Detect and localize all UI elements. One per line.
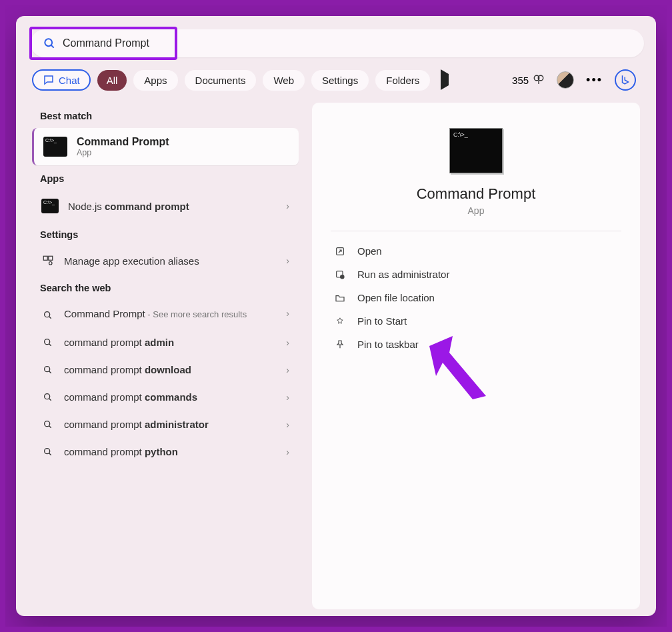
apps-pill[interactable]: Apps [133,70,177,91]
search-panel: Chat All Apps Documents Web Settings Fol… [16,16,656,616]
rewards-points[interactable]: 355 [512,74,545,86]
documents-pill[interactable]: Documents [185,70,257,91]
search-icon [41,365,55,375]
search-icon [41,419,55,430]
result-title: Command Prompt [77,136,169,148]
run-as-admin-action[interactable]: Run as administrator [331,263,621,286]
svg-point-7 [45,312,50,317]
pin-icon [335,339,347,350]
folders-pill[interactable]: Folders [375,70,430,91]
search-row [32,29,640,57]
folder-icon [335,293,347,303]
svg-point-9 [45,339,50,344]
svg-line-1 [51,45,54,48]
chevron-right-icon: › [286,308,289,319]
bing-chat-icon[interactable] [615,69,636,91]
svg-point-21 [341,275,344,278]
svg-line-10 [49,343,51,345]
search-icon [41,337,55,348]
more-icon[interactable]: ••• [586,73,603,87]
open-file-location-action[interactable]: Open file location [331,286,621,309]
result-subtitle: App [77,148,169,157]
search-icon [41,392,55,403]
svg-line-8 [49,317,51,319]
chat-pill[interactable]: Chat [32,69,91,91]
apps-label: Apps [40,173,299,184]
svg-point-17 [45,448,50,453]
svg-line-14 [49,398,51,400]
trophy-icon [533,74,545,86]
web-label: Search the web [40,283,299,293]
results-column: Best match Command Prompt App Apps Node.… [32,103,299,609]
pin-icon [335,316,347,327]
list-item[interactable]: Manage app execution aliases › [32,247,299,275]
chevron-right-icon: › [286,201,289,211]
detail-pane: Command Prompt App Open Run as administr… [312,103,640,609]
search-input[interactable] [63,37,632,49]
svg-line-12 [49,371,51,373]
list-item[interactable]: command prompt admin › [32,329,299,356]
chat-label: Chat [59,75,80,86]
list-item[interactable]: command prompt administrator › [32,411,299,438]
settings-alias-icon [41,255,55,267]
cmd-icon [41,199,59,213]
svg-rect-5 [49,256,53,260]
open-icon [335,246,347,257]
svg-line-18 [49,453,51,455]
list-item[interactable]: Node.js command prompt › [32,191,299,221]
svg-point-0 [45,39,52,46]
more-filters-icon[interactable] [441,74,449,86]
open-action[interactable]: Open [331,239,621,263]
settings-pill[interactable]: Settings [311,70,369,91]
chevron-right-icon: › [286,255,289,266]
list-item[interactable]: command prompt commands › [32,383,299,411]
cmd-icon [43,137,67,157]
pin-to-start-action[interactable]: Pin to Start [331,309,621,333]
cmd-large-icon [449,128,503,173]
right-controls: 355 ••• [512,69,636,91]
list-item[interactable]: Command Prompt - See more search results… [32,300,299,329]
chevron-right-icon: › [286,419,289,430]
divider [331,231,621,231]
chevron-right-icon: › [286,447,289,457]
best-match-label: Best match [40,111,299,121]
search-bar[interactable] [31,29,644,57]
svg-rect-4 [43,256,47,260]
all-pill[interactable]: All [97,70,127,91]
user-avatar[interactable] [557,71,574,89]
shield-icon [335,269,347,280]
content-area: Best match Command Prompt App Apps Node.… [32,103,640,609]
svg-point-15 [45,421,50,426]
list-item[interactable]: command prompt download › [32,356,299,383]
svg-point-13 [45,393,50,399]
chevron-right-icon: › [286,365,289,375]
best-match-result[interactable]: Command Prompt App [32,128,299,165]
detail-title: Command Prompt [331,185,621,203]
svg-line-16 [49,425,51,427]
chevron-right-icon: › [286,392,289,403]
pin-to-taskbar-action[interactable]: Pin to taskbar [331,333,621,356]
search-icon [41,447,55,457]
filter-row: Chat All Apps Documents Web Settings Fol… [32,69,640,91]
chevron-right-icon: › [286,337,289,348]
svg-point-11 [45,366,50,371]
search-icon [41,310,55,321]
detail-type: App [331,205,621,216]
svg-point-6 [49,262,53,265]
settings-label: Settings [40,229,299,240]
list-item[interactable]: command prompt python › [32,438,299,465]
web-pill[interactable]: Web [263,70,305,91]
search-icon [43,37,56,50]
